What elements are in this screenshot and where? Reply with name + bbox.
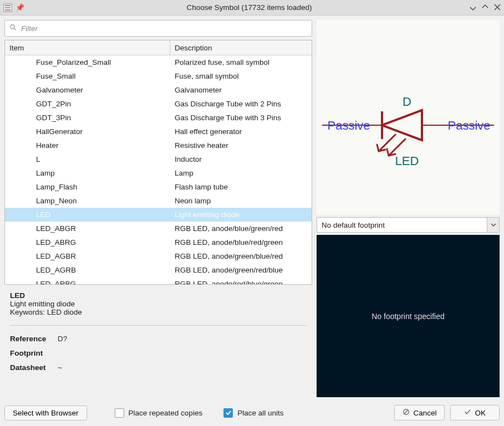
reference-value: D? — [58, 335, 67, 343]
cell-item: HallGenerator — [5, 127, 170, 136]
app-icon — [3, 3, 12, 12]
table-row[interactable]: LEDLight emitting diode — [5, 208, 312, 222]
svg-point-4 — [11, 25, 14, 29]
checkbox-box — [223, 408, 233, 418]
ok-label: OK — [475, 409, 486, 417]
svg-line-5 — [14, 28, 16, 30]
table-row[interactable]: LED_AGBRRGB LED, anode/green/blue/red — [5, 249, 312, 263]
cell-desc: RGB LED, anode/green/blue/red — [170, 252, 312, 260]
cell-desc: Gas Discharge Tube with 3 Pins — [170, 114, 312, 122]
table-row[interactable]: Lamp_FlashFlash lamp tube — [5, 180, 312, 194]
table-header: Item Description — [5, 40, 312, 55]
cell-item: Lamp — [5, 169, 170, 177]
place-all-units-label: Place all units — [237, 409, 283, 417]
cell-item: LED_ABRG — [5, 238, 170, 247]
table-row[interactable]: LED_ARBGRGB LED, anode/red/blue/green — [5, 277, 312, 284]
table-row[interactable]: LED_ABRGRGB LED, anode/blue/red/green — [5, 235, 312, 249]
cell-desc: Hall effect generator — [170, 127, 312, 136]
cell-item: L — [5, 155, 170, 163]
table-row[interactable]: HeaterResistive heater — [5, 138, 312, 152]
place-repeated-label: Place repeated copies — [129, 409, 203, 417]
cell-item: LED — [5, 211, 170, 219]
preview-pin-left: Passive — [327, 119, 370, 132]
table-row[interactable]: Fuse_Polarized_SmallPolarized fuse, smal… — [5, 55, 312, 69]
svg-line-13 — [405, 410, 409, 414]
place-repeated-checkbox[interactable]: Place repeated copies — [115, 408, 203, 418]
keywords-value: LED diode — [47, 308, 82, 316]
table-row[interactable]: LInductor — [5, 152, 312, 166]
svg-marker-9 — [382, 110, 422, 140]
keywords-label: Keywords: — [10, 308, 45, 316]
search-icon — [9, 24, 17, 33]
cell-desc: Polarized fuse, small symbol — [170, 58, 312, 66]
cell-desc: Gas Discharge Tube with 2 Pins — [170, 100, 312, 108]
table-row[interactable]: HallGeneratorHall effect generator — [5, 125, 312, 138]
cell-desc: Flash lamp tube — [170, 183, 312, 191]
filter-input[interactable] — [20, 24, 307, 33]
maximize-icon[interactable] — [482, 3, 488, 12]
svg-line-11 — [389, 139, 405, 156]
cell-desc: RGB LED, anode/green/red/blue — [170, 266, 312, 274]
table-row[interactable]: GDT_2PinGas Discharge Tube with 2 Pins — [5, 97, 312, 111]
minimize-icon[interactable] — [470, 3, 476, 12]
cell-item: Lamp_Flash — [5, 183, 170, 191]
footprint-select[interactable]: No default footprint — [317, 217, 500, 233]
preview-pin-right: Passive — [447, 119, 490, 132]
footprint-preview-text: No footprint specified — [371, 312, 445, 321]
ok-check-icon — [464, 408, 471, 417]
cell-desc: RGB LED, anode/red/blue/green — [170, 280, 312, 284]
details-desc: Light emitting diode — [10, 300, 307, 308]
table-row[interactable]: GDT_3PinGas Discharge Tube with 3 Pins — [5, 111, 312, 125]
filter-input-wrapper[interactable] — [4, 20, 312, 37]
datasheet-value: ~ — [58, 363, 62, 372]
cell-desc: Lamp — [170, 169, 312, 177]
preview-value: LED — [395, 154, 419, 168]
place-all-units-checkbox[interactable]: Place all units — [223, 408, 283, 418]
cell-desc: Neon lamp — [170, 197, 312, 205]
details-name: LED — [10, 291, 307, 300]
col-item-header[interactable]: Item — [5, 40, 170, 55]
cell-item: Fuse_Polarized_Small — [5, 58, 170, 66]
cell-item: Fuse_Small — [5, 72, 170, 80]
table-row[interactable]: LED_AGRBRGB LED, anode/green/red/blue — [5, 263, 312, 277]
table-row[interactable]: Lamp_NeonNeon lamp — [5, 194, 312, 208]
preview-refdes: D — [403, 95, 411, 109]
datasheet-label: Datasheet — [10, 363, 53, 372]
cell-item: LED_AGBR — [5, 252, 170, 260]
cell-item: LED_ARBG — [5, 280, 170, 284]
ok-button[interactable]: OK — [450, 405, 500, 420]
checkbox-box — [115, 408, 124, 418]
reference-label: Reference — [10, 335, 53, 343]
footprint-label: Footprint — [10, 349, 53, 357]
window-title: Choose Symbol (17732 items loaded) — [40, 3, 459, 12]
table-row[interactable]: Fuse_SmallFuse, small symbol — [5, 69, 312, 83]
cell-item: Lamp_Neon — [5, 197, 170, 205]
title-bar: 📌 Choose Symbol (17732 items loaded) — [0, 0, 504, 16]
table-row[interactable]: LED_ABGRRGB LED, anode/blue/green/red — [5, 222, 312, 235]
table-body[interactable]: Fuse_Polarized_SmallPolarized fuse, smal… — [5, 55, 312, 284]
cell-item: LED_AGRB — [5, 266, 170, 274]
symbol-preview[interactable]: D LED Passive Passive — [317, 20, 500, 215]
cell-desc: Galvanometer — [170, 86, 312, 94]
cancel-icon — [403, 408, 410, 417]
cell-desc: RGB LED, anode/blue/green/red — [170, 224, 312, 233]
cell-desc: Inductor — [170, 155, 312, 163]
cancel-label: Cancel — [413, 409, 436, 417]
footprint-select-chevron[interactable] — [487, 218, 499, 232]
footprint-preview[interactable]: No footprint specified — [317, 235, 500, 397]
cancel-button[interactable]: Cancel — [394, 405, 445, 420]
cell-desc: Resistive heater — [170, 141, 312, 150]
cell-desc: RGB LED, anode/blue/red/green — [170, 238, 312, 247]
bottom-bar: Select with Browser Place repeated copie… — [0, 402, 504, 426]
table-row[interactable]: LampLamp — [5, 166, 312, 180]
select-with-browser-button[interactable]: Select with Browser — [4, 406, 87, 420]
details-pane: LED Light emitting diode Keywords: LED d… — [4, 285, 312, 397]
table-row[interactable]: GalvanometerGalvanometer — [5, 83, 312, 97]
col-desc-header[interactable]: Description — [170, 40, 312, 55]
cell-item: GDT_3Pin — [5, 114, 170, 122]
close-icon[interactable] — [494, 3, 501, 12]
cell-item: LED_ABGR — [5, 224, 170, 233]
cell-item: GDT_2Pin — [5, 100, 170, 108]
pin-icon[interactable]: 📌 — [16, 3, 24, 12]
cell-item: Heater — [5, 141, 170, 150]
